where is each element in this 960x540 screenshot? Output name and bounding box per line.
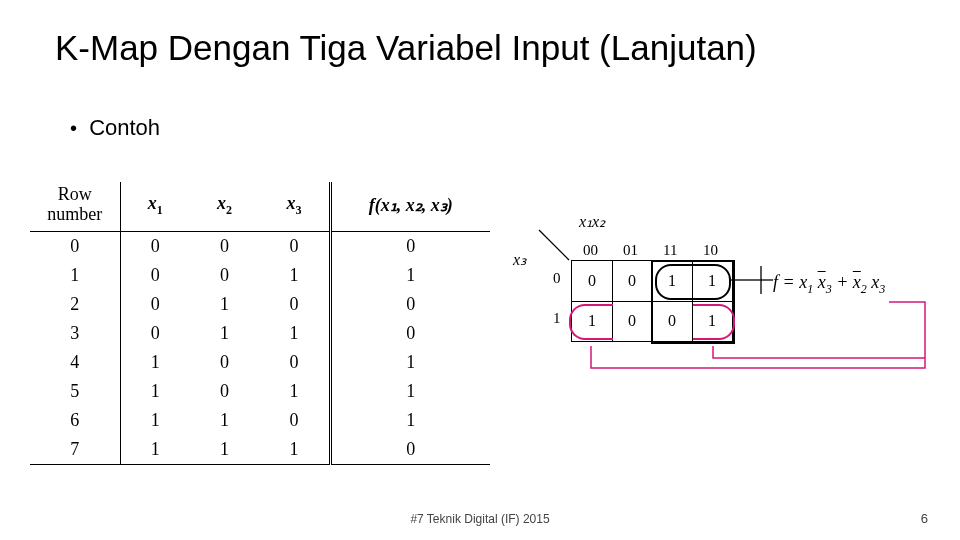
table-row: 10011	[30, 261, 490, 290]
th-x3: x3	[259, 182, 330, 231]
page-number: 6	[921, 511, 928, 526]
table-row: 30110	[30, 319, 490, 348]
th-x1: x1	[120, 182, 190, 231]
svg-line-0	[539, 230, 569, 260]
table-row: 61101	[30, 406, 490, 435]
table-row: 71110	[30, 435, 490, 465]
kmap-cell: 0	[612, 301, 653, 341]
th-rownum: Row number	[30, 182, 120, 231]
kmap-cell: 1	[692, 261, 732, 302]
kmap-colhead: 10	[703, 242, 718, 259]
kmap-grid: 0 0 1 1 1 0 0 1	[571, 260, 733, 342]
kmap-colhead: 11	[663, 242, 677, 259]
th-f: f(x₁, x₂, x₃)	[330, 182, 490, 231]
kmap-equation: f = x1 x3 + x2 x3	[773, 272, 885, 297]
kmap-cell: 0	[652, 301, 693, 341]
kmap-row-var: x₃	[513, 250, 526, 269]
kmap-cell: 0	[572, 261, 613, 302]
kmap-slash	[537, 228, 571, 262]
truth-table: Row number x1 x2 x3 f(x₁, x₂, x₃) 000001…	[30, 182, 490, 465]
bullet-dot: •	[70, 117, 77, 140]
bullet-text: Contoh	[89, 115, 160, 140]
table-row: 51011	[30, 377, 490, 406]
bullet-item: • Contoh	[70, 115, 160, 141]
page-title: K-Map Dengan Tiga Variabel Input (Lanjut…	[55, 28, 757, 68]
kmap-cell: 1	[692, 301, 732, 341]
kmap-cell: 1	[652, 261, 693, 302]
kmap-rowhead: 0	[553, 270, 561, 287]
table-row: 20100	[30, 290, 490, 319]
kmap-col-var: x₁x₂	[579, 212, 605, 231]
kmap-rowhead: 1	[553, 310, 561, 327]
kmap-colhead: 00	[583, 242, 598, 259]
kmap-cell: 0	[612, 261, 653, 302]
table-row: 41001	[30, 348, 490, 377]
kmap-colhead: 01	[623, 242, 638, 259]
footer-text: #7 Teknik Digital (IF) 2015	[0, 512, 960, 526]
table-row: 00000	[30, 231, 490, 261]
th-x2: x2	[190, 182, 259, 231]
kmap-cell: 1	[572, 301, 613, 341]
